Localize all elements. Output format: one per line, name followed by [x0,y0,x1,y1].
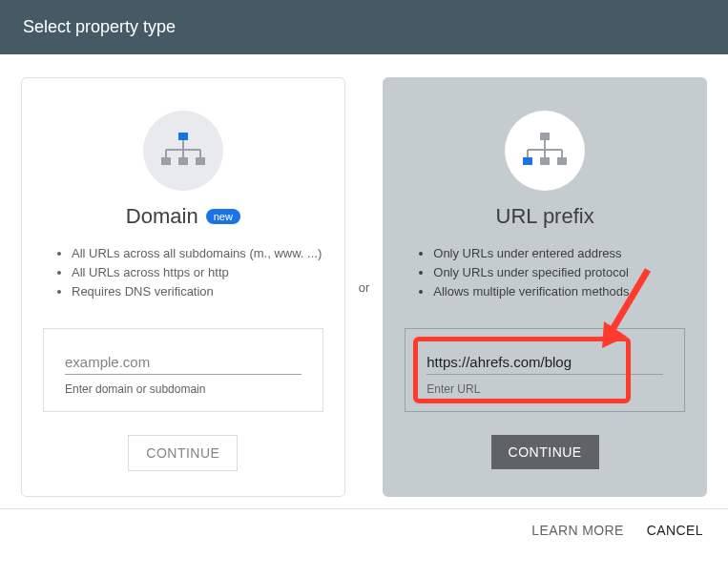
list-item: Allows multiple verification methods [433,282,685,301]
cancel-button[interactable]: CANCEL [647,523,703,538]
list-item: Requires DNS verification [72,282,323,301]
list-item: Only URLs under entered address [433,244,685,263]
svg-rect-8 [196,157,205,165]
learn-more-link[interactable]: LEARN MORE [531,523,624,538]
dialog-footer: LEARN MORE CANCEL [0,508,728,551]
url-prefix-bullets: Only URLs under entered address Only URL… [405,244,685,301]
url-prefix-input-container: Enter URL [405,328,685,412]
url-prefix-input-hint: Enter URL [426,382,663,396]
svg-rect-9 [540,133,550,140]
svg-rect-16 [540,157,550,165]
sitemap-icon [143,111,223,191]
list-item: All URLs across all subdomains (m., www.… [72,244,323,263]
domain-input[interactable] [65,350,302,375]
dialog-header: Select property type [0,0,728,54]
domain-bullets: All URLs across all subdomains (m., www.… [43,244,323,301]
domain-card-title-row: Domain new [126,204,240,229]
list-item: All URLs across https or http [72,263,323,282]
domain-input-hint: Enter domain or subdomain [65,382,302,396]
sitemap-icon [505,111,585,191]
svg-rect-15 [523,157,532,165]
domain-continue-button[interactable]: CONTINUE [128,435,238,471]
url-prefix-card-title-row: URL prefix [496,204,594,229]
svg-rect-7 [178,157,188,165]
or-separator: or [359,280,370,295]
dialog-title: Select property type [23,17,176,36]
domain-card[interactable]: Domain new All URLs across all subdomain… [21,77,345,497]
svg-rect-17 [557,157,567,165]
domain-card-title: Domain [126,204,198,229]
svg-rect-0 [178,133,188,140]
list-item: Only URLs under specified protocol [433,263,685,282]
svg-rect-6 [161,157,171,165]
new-badge: new [206,209,240,224]
domain-input-container: Enter domain or subdomain [43,328,323,412]
url-prefix-input[interactable] [426,350,663,375]
dialog-content: Domain new All URLs across all subdomain… [0,54,728,508]
url-prefix-card[interactable]: URL prefix Only URLs under entered addre… [383,77,707,497]
url-prefix-continue-button[interactable]: CONTINUE [491,435,599,469]
url-prefix-card-title: URL prefix [496,204,594,229]
